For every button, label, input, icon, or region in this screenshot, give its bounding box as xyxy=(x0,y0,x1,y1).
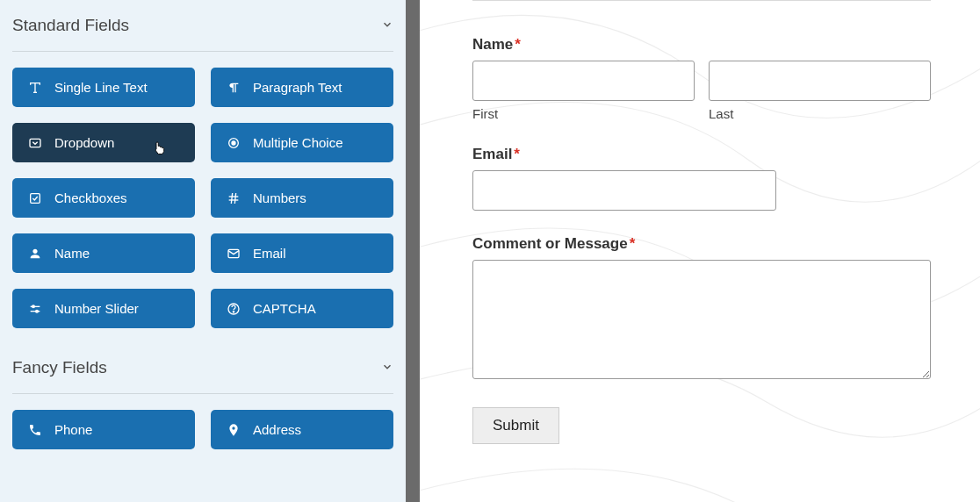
chevron-down-icon xyxy=(381,18,393,33)
svg-line-9 xyxy=(234,193,235,204)
phone-icon xyxy=(28,423,42,437)
sliders-icon xyxy=(28,302,42,316)
message-field-block: Comment or Message* xyxy=(472,235,931,383)
envelope-icon xyxy=(227,247,241,261)
section-title-fancy: Fancy Fields xyxy=(12,358,107,377)
field-address[interactable]: Address xyxy=(211,410,393,449)
svg-rect-5 xyxy=(31,193,40,203)
section-title-standard: Standard Fields xyxy=(12,16,129,35)
standard-fields-grid: Single Line Text Paragraph Text Dropdown… xyxy=(12,68,393,328)
field-number-slider[interactable]: Number Slider xyxy=(12,289,195,328)
first-name-input[interactable] xyxy=(472,61,695,101)
field-label: Multiple Choice xyxy=(253,135,343,150)
field-dropdown[interactable]: Dropdown xyxy=(12,123,195,162)
field-paragraph-text[interactable]: Paragraph Text xyxy=(211,68,393,107)
svg-point-16 xyxy=(233,311,234,312)
field-label: Address xyxy=(253,422,301,437)
field-email[interactable]: Email xyxy=(211,233,393,273)
chevron-down-icon xyxy=(381,361,393,376)
field-name[interactable]: Name xyxy=(12,233,195,273)
message-label-text: Comment or Message xyxy=(472,235,628,252)
field-label: CAPTCHA xyxy=(253,301,316,316)
field-label: Paragraph Text xyxy=(253,80,342,95)
last-name-input[interactable] xyxy=(709,61,931,101)
field-label: Email xyxy=(253,246,286,261)
field-label: Numbers xyxy=(253,190,306,205)
pointer-cursor-icon xyxy=(151,139,167,159)
svg-rect-2 xyxy=(30,139,40,147)
name-label-text: Name xyxy=(472,36,513,53)
field-phone[interactable]: Phone xyxy=(12,410,195,449)
field-captcha[interactable]: CAPTCHA xyxy=(211,289,393,328)
last-name-sublabel: Last xyxy=(709,106,931,121)
first-name-sublabel: First xyxy=(472,106,695,121)
paragraph-icon xyxy=(227,81,241,95)
field-multiple-choice[interactable]: Multiple Choice xyxy=(211,123,393,162)
required-mark: * xyxy=(515,36,521,53)
message-textarea[interactable] xyxy=(472,260,931,379)
sidebar: Standard Fields Single Line Text Paragra… xyxy=(0,0,420,502)
checkbox-icon xyxy=(28,191,42,205)
svg-line-8 xyxy=(231,193,232,204)
field-label: Checkboxes xyxy=(54,190,127,205)
required-mark: * xyxy=(514,146,520,162)
hash-icon xyxy=(227,191,241,205)
svg-point-4 xyxy=(232,141,235,145)
required-mark: * xyxy=(630,235,636,252)
question-icon xyxy=(227,302,241,316)
section-header-fancy-fields[interactable]: Fancy Fields xyxy=(12,355,393,394)
field-label: Single Line Text xyxy=(54,80,148,95)
email-label: Email* xyxy=(472,146,931,163)
email-label-text: Email xyxy=(472,146,512,162)
map-pin-icon xyxy=(227,423,241,437)
svg-point-14 xyxy=(36,310,39,312)
email-field-block: Email* xyxy=(472,146,931,211)
field-label: Name xyxy=(54,246,90,261)
fancy-fields-grid: Phone Address xyxy=(12,410,393,449)
email-input[interactable] xyxy=(472,170,776,211)
field-label: Number Slider xyxy=(54,301,139,316)
message-label: Comment or Message* xyxy=(472,235,931,253)
name-label: Name* xyxy=(472,36,931,54)
field-label: Phone xyxy=(54,422,92,437)
submit-button[interactable]: Submit xyxy=(472,407,559,444)
radio-icon xyxy=(227,136,241,150)
svg-point-12 xyxy=(32,305,35,308)
text-icon xyxy=(28,81,42,95)
form-preview: Name* First Last Email* Comment or xyxy=(420,0,980,502)
section-header-standard-fields[interactable]: Standard Fields xyxy=(12,12,393,52)
field-single-line-text[interactable]: Single Line Text xyxy=(12,68,195,107)
user-icon xyxy=(28,247,42,261)
dropdown-icon xyxy=(28,136,42,150)
divider xyxy=(472,0,931,1)
field-label: Dropdown xyxy=(54,135,114,150)
field-checkboxes[interactable]: Checkboxes xyxy=(12,178,195,218)
field-numbers[interactable]: Numbers xyxy=(211,178,393,218)
name-field-block: Name* First Last xyxy=(472,36,931,121)
